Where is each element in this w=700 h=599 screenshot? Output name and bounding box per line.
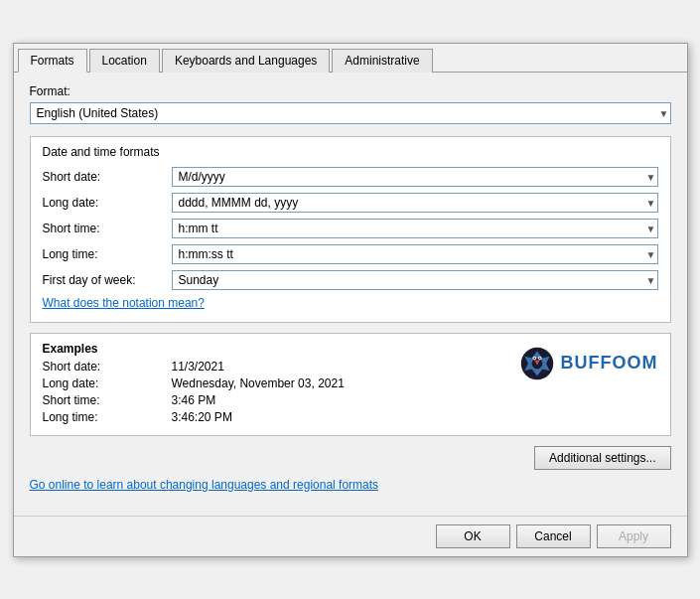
tab-administrative[interactable]: Administrative [332, 49, 432, 73]
short-date-select-wrapper: M/d/yyyy ▼ [172, 167, 658, 187]
watermark-text: BUFFOOM [561, 353, 658, 374]
example-long-date: Long date: Wednesday, November 03, 2021 [43, 376, 499, 390]
short-time-row: Short time: h:mm tt ▼ [43, 219, 658, 238]
short-date-select[interactable]: M/d/yyyy [172, 167, 658, 187]
first-day-select[interactable]: Sunday [172, 270, 658, 290]
watermark-area: BUFFOOM [519, 346, 658, 381]
dialog-buttons: OK Cancel Apply [14, 516, 687, 556]
format-section: Format: English (United States) ▼ [30, 84, 671, 124]
examples-top: Examples Short date: 11/3/2021 Long date… [43, 342, 658, 427]
notation-link[interactable]: What does the notation mean? [43, 296, 658, 310]
short-time-select[interactable]: h:mm tt [172, 219, 658, 238]
date-time-group: Date and time formats Short date: M/d/yy… [30, 136, 671, 323]
apply-button[interactable]: Apply [597, 524, 671, 548]
example-short-date-label: Short date: [43, 360, 172, 374]
first-day-row: First day of week: Sunday ▼ [43, 270, 658, 290]
formats-tab-content: Format: English (United States) ▼ Date a… [14, 73, 687, 516]
svg-point-6 [533, 357, 535, 359]
additional-btn-row: Additional settings... [30, 446, 671, 470]
example-short-date: Short date: 11/3/2021 [43, 360, 499, 374]
region-dialog: Formats Location Keyboards and Languages… [13, 43, 688, 557]
svg-point-7 [538, 357, 540, 359]
long-time-select[interactable]: h:mm:ss tt [172, 244, 658, 264]
example-long-date-label: Long date: [43, 376, 172, 390]
example-long-time-value: 3:46:20 PM [172, 410, 499, 424]
example-short-time-value: 3:46 PM [172, 393, 499, 407]
tab-bar: Formats Location Keyboards and Languages… [14, 44, 687, 73]
examples-left: Examples Short date: 11/3/2021 Long date… [43, 342, 499, 427]
long-time-label: Long time: [43, 247, 172, 261]
example-short-date-value: 11/3/2021 [172, 360, 499, 374]
first-day-select-wrapper: Sunday ▼ [172, 270, 658, 290]
watermark-icon [519, 346, 555, 381]
example-short-time: Short time: 3:46 PM [43, 393, 499, 407]
tab-formats[interactable]: Formats [18, 49, 87, 73]
long-time-row: Long time: h:mm:ss tt ▼ [43, 244, 658, 264]
examples-box: Examples Short date: 11/3/2021 Long date… [30, 333, 671, 436]
long-date-label: Long date: [43, 196, 172, 210]
short-date-row: Short date: M/d/yyyy ▼ [43, 167, 658, 187]
short-date-label: Short date: [43, 170, 172, 184]
short-time-label: Short time: [43, 222, 172, 235]
tab-location[interactable]: Location [89, 49, 160, 73]
long-date-select-wrapper: dddd, MMMM dd, yyyy ▼ [172, 193, 658, 213]
format-select-wrapper: English (United States) ▼ [30, 102, 671, 124]
online-link[interactable]: Go online to learn about changing langua… [30, 478, 671, 492]
example-short-time-label: Short time: [43, 393, 172, 407]
examples-title: Examples [43, 342, 499, 356]
ok-button[interactable]: OK [436, 524, 510, 548]
format-label: Format: [30, 84, 671, 98]
cancel-button[interactable]: Cancel [516, 524, 591, 548]
long-time-select-wrapper: h:mm:ss tt ▼ [172, 244, 658, 264]
date-time-group-title: Date and time formats [39, 145, 658, 159]
format-select[interactable]: English (United States) [30, 102, 671, 124]
example-long-time: Long time: 3:46:20 PM [43, 410, 499, 424]
example-long-time-label: Long time: [43, 410, 172, 424]
long-date-select[interactable]: dddd, MMMM dd, yyyy [172, 193, 658, 213]
additional-settings-button[interactable]: Additional settings... [534, 446, 670, 470]
short-time-select-wrapper: h:mm tt ▼ [172, 219, 658, 238]
example-long-date-value: Wednesday, November 03, 2021 [172, 376, 499, 390]
long-date-row: Long date: dddd, MMMM dd, yyyy ▼ [43, 193, 658, 213]
tab-keyboards-languages[interactable]: Keyboards and Languages [162, 49, 330, 73]
first-day-label: First day of week: [43, 273, 172, 287]
